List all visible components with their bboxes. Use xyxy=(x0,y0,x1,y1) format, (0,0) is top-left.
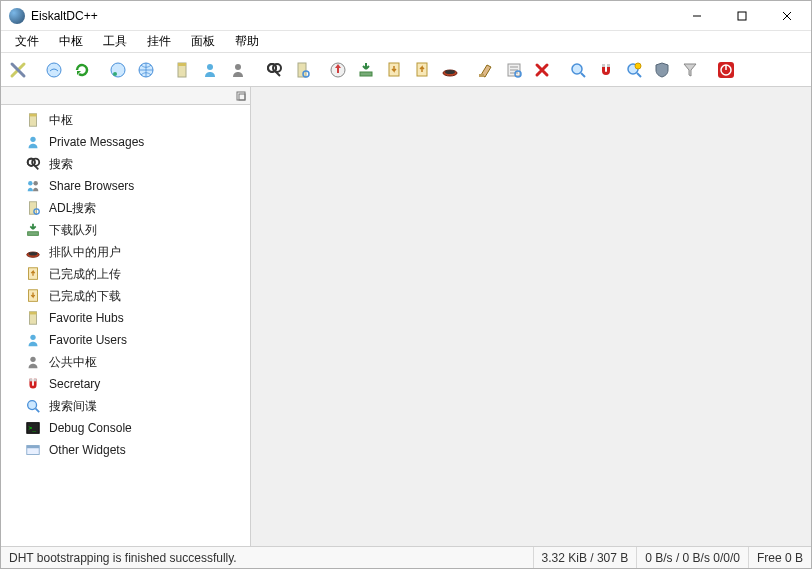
menu-panels[interactable]: 面板 xyxy=(181,31,225,52)
download-queue-button[interactable] xyxy=(353,57,379,83)
tree-item[interactable]: 搜索 xyxy=(1,153,250,175)
tree-item-label: Private Messages xyxy=(49,135,144,149)
svg-rect-18 xyxy=(298,63,306,77)
remove-icon xyxy=(533,61,551,79)
tree-item[interactable]: 中枢 xyxy=(1,109,250,131)
side-panel: 中枢Private Messages搜索Share BrowsersADL搜索下… xyxy=(1,87,251,546)
menu-hubs[interactable]: 中枢 xyxy=(49,31,93,52)
finished-downloads-button[interactable] xyxy=(381,57,407,83)
svg-text:>_: >_ xyxy=(29,424,37,432)
maximize-button[interactable] xyxy=(719,2,764,30)
tree-item[interactable]: Share Browsers xyxy=(1,175,250,197)
menubar: 文件 中枢 工具 挂件 面板 帮助 xyxy=(1,31,811,53)
svg-line-37 xyxy=(637,73,641,77)
tree-item[interactable]: Secretary xyxy=(1,373,250,395)
tree-item-label: Favorite Hubs xyxy=(49,311,124,325)
magnet-icon xyxy=(597,61,615,79)
tree-item[interactable]: ADL搜索 xyxy=(1,197,250,219)
svg-point-6 xyxy=(47,63,61,77)
filter-icon xyxy=(681,61,699,79)
reconnect-icon xyxy=(73,61,91,79)
secretary-button[interactable] xyxy=(621,57,647,83)
console-icon: >_ xyxy=(25,420,41,436)
public-hubs-icon xyxy=(25,354,41,370)
hash-progress-icon xyxy=(329,61,347,79)
filter-button[interactable] xyxy=(677,57,703,83)
share-browser-icon xyxy=(25,178,41,194)
search-icon xyxy=(265,61,283,79)
close-button[interactable] xyxy=(764,2,809,30)
reconnect-button[interactable] xyxy=(69,57,95,83)
shield-button[interactable] xyxy=(649,57,675,83)
tree-item[interactable]: 搜索间谍 xyxy=(1,395,250,417)
content-area: 中枢Private Messages搜索Share BrowsersADL搜索下… xyxy=(1,87,811,546)
svg-point-62 xyxy=(30,335,35,340)
svg-point-52 xyxy=(33,181,37,185)
status-traffic: 3.32 KiB / 307 B xyxy=(534,547,638,568)
svg-rect-26 xyxy=(479,74,484,77)
clear-button[interactable] xyxy=(473,57,499,83)
quick-connect-button[interactable] xyxy=(105,57,131,83)
public-hubs-button[interactable] xyxy=(225,57,251,83)
svg-point-8 xyxy=(113,72,117,76)
tree-item[interactable]: Private Messages xyxy=(1,131,250,153)
tree-item[interactable]: 排队中的用户 xyxy=(1,241,250,263)
favorite-hubs-icon xyxy=(25,310,41,326)
svg-point-32 xyxy=(572,64,582,74)
remove-button[interactable] xyxy=(529,57,555,83)
adl-search-button[interactable] xyxy=(289,57,315,83)
tree-item[interactable]: Other Widgets xyxy=(1,439,250,461)
toolbar xyxy=(1,53,811,87)
search-button[interactable] xyxy=(261,57,287,83)
search-spy-button[interactable] xyxy=(565,57,591,83)
tree-item[interactable]: 已完成的下载 xyxy=(1,285,250,307)
refresh-list-button[interactable] xyxy=(501,57,527,83)
main-area xyxy=(251,87,811,546)
menu-file[interactable]: 文件 xyxy=(5,31,49,52)
finished-uploads-icon xyxy=(25,266,41,282)
secretary-icon xyxy=(625,61,643,79)
dock-icon[interactable] xyxy=(236,91,246,101)
finished-uploads-button[interactable] xyxy=(409,57,435,83)
power-icon xyxy=(717,61,735,79)
svg-line-33 xyxy=(581,73,585,77)
svg-rect-55 xyxy=(28,232,39,236)
download-queue-icon xyxy=(357,61,375,79)
svg-rect-11 xyxy=(178,63,186,66)
menu-help[interactable]: 帮助 xyxy=(225,31,269,52)
svg-rect-53 xyxy=(29,202,36,214)
upload-queue-icon xyxy=(25,244,41,260)
svg-point-63 xyxy=(30,357,35,362)
tree-item[interactable]: Favorite Users xyxy=(1,329,250,351)
tree-item[interactable]: Favorite Hubs xyxy=(1,307,250,329)
magnet-button[interactable] xyxy=(593,57,619,83)
favorite-hubs-button[interactable] xyxy=(169,57,195,83)
tree: 中枢Private Messages搜索Share BrowsersADL搜索下… xyxy=(1,105,250,546)
svg-point-13 xyxy=(235,64,241,70)
tree-item-label: 搜索间谍 xyxy=(49,398,97,415)
svg-point-25 xyxy=(445,70,455,74)
tree-item[interactable]: >_Debug Console xyxy=(1,417,250,439)
menu-widgets[interactable]: 挂件 xyxy=(137,31,181,52)
svg-rect-45 xyxy=(29,114,36,117)
tree-item[interactable]: 下载队列 xyxy=(1,219,250,241)
upload-queue-icon xyxy=(441,61,459,79)
settings-button[interactable] xyxy=(5,57,31,83)
svg-rect-34 xyxy=(602,64,605,67)
upload-queue-button[interactable] xyxy=(437,57,463,83)
power-button[interactable] xyxy=(713,57,739,83)
connect-button[interactable] xyxy=(41,57,67,83)
finished-downloads-icon xyxy=(25,288,41,304)
search-icon xyxy=(25,156,41,172)
minimize-button[interactable] xyxy=(674,2,719,30)
hash-progress-button[interactable] xyxy=(325,57,351,83)
favorite-users-button[interactable] xyxy=(197,57,223,83)
tree-item[interactable]: 公共中枢 xyxy=(1,351,250,373)
tree-item-label: Secretary xyxy=(49,377,100,391)
menu-tools[interactable]: 工具 xyxy=(93,31,137,52)
svg-point-66 xyxy=(28,401,37,410)
internet-hubs-button[interactable] xyxy=(133,57,159,83)
tree-item[interactable]: 已完成的上传 xyxy=(1,263,250,285)
svg-rect-71 xyxy=(27,446,39,449)
tree-item-label: ADL搜索 xyxy=(49,200,96,217)
